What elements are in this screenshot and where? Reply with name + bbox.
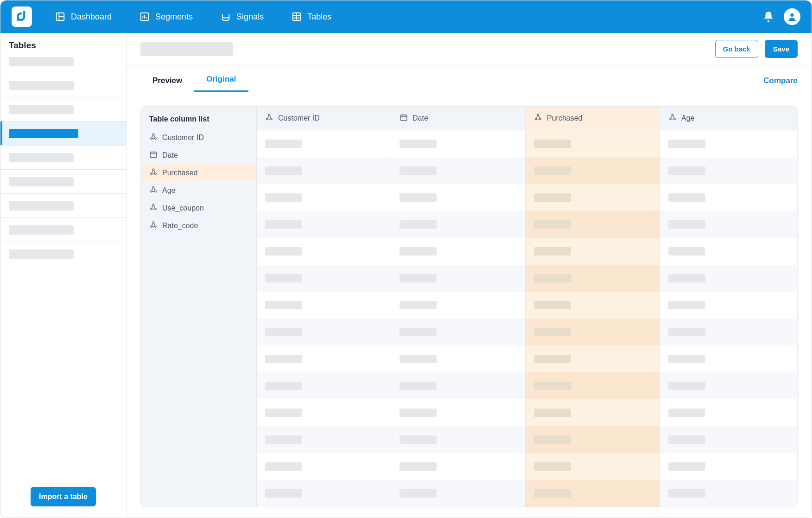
table-row bbox=[257, 372, 797, 399]
table-cell bbox=[257, 426, 391, 453]
table-cell bbox=[526, 480, 660, 507]
sidebar-item[interactable] bbox=[0, 218, 126, 242]
sidebar-search-skeleton bbox=[9, 57, 74, 66]
table-cell bbox=[257, 130, 391, 157]
table-cell bbox=[391, 238, 526, 265]
column-list-item[interactable]: Age bbox=[141, 182, 256, 199]
brand-logo[interactable] bbox=[12, 6, 32, 27]
table-cell bbox=[391, 480, 526, 507]
cell-skeleton bbox=[265, 247, 302, 256]
table-editor: Table column list Customer IDDatePurchas… bbox=[140, 106, 798, 507]
svg-point-23 bbox=[151, 173, 152, 174]
table-cell bbox=[660, 211, 797, 238]
logo-icon bbox=[15, 10, 28, 23]
cell-skeleton bbox=[534, 220, 571, 229]
nav-tables[interactable]: Tables bbox=[292, 12, 331, 22]
go-back-button[interactable]: Go back bbox=[715, 40, 758, 58]
column-list-item-label: Age bbox=[162, 186, 175, 195]
column-list-item[interactable]: Use_coupon bbox=[141, 199, 256, 217]
cluster-icon bbox=[149, 221, 158, 231]
table-column-label: Age bbox=[681, 114, 694, 122]
table-cell bbox=[526, 184, 660, 211]
cluster-icon bbox=[668, 113, 677, 123]
table-row bbox=[257, 238, 797, 265]
database-icon bbox=[221, 12, 231, 22]
sidebar-item-skeleton bbox=[9, 105, 74, 114]
nav-signals-label: Signals bbox=[236, 12, 264, 22]
page-title-skeleton bbox=[140, 42, 233, 56]
main-header-actions: Go back Save bbox=[715, 40, 798, 58]
user-avatar[interactable] bbox=[784, 8, 800, 25]
cell-skeleton bbox=[400, 382, 437, 390]
cell-skeleton bbox=[668, 274, 705, 282]
table-cell bbox=[257, 157, 391, 184]
table-cell bbox=[257, 345, 391, 372]
table-row bbox=[257, 157, 797, 184]
table-column-header[interactable]: Purchased bbox=[526, 107, 660, 130]
table-cell bbox=[257, 453, 391, 480]
sidebar-item[interactable] bbox=[0, 242, 126, 266]
table-cell bbox=[526, 453, 660, 480]
cell-skeleton bbox=[400, 328, 437, 336]
sidebar-item[interactable] bbox=[0, 97, 126, 122]
nav-links: Dashboard Segments Signals Tables bbox=[55, 12, 331, 22]
svg-point-14 bbox=[152, 134, 154, 135]
save-button[interactable]: Save bbox=[765, 40, 798, 58]
import-table-button[interactable]: Import a table bbox=[31, 487, 96, 506]
cell-skeleton bbox=[265, 382, 302, 390]
tab-original[interactable]: Original bbox=[194, 68, 248, 92]
compare-link[interactable]: Compare bbox=[763, 76, 798, 85]
column-list-item[interactable]: Customer ID bbox=[141, 129, 256, 147]
cell-skeleton bbox=[265, 301, 302, 309]
table-cell bbox=[391, 399, 526, 426]
column-list-item[interactable]: Date bbox=[141, 147, 256, 164]
sidebar-item[interactable] bbox=[0, 170, 126, 194]
column-list-item[interactable]: Purchased bbox=[141, 164, 256, 182]
svg-point-16 bbox=[155, 138, 156, 139]
sidebar-list bbox=[0, 73, 126, 266]
content: Table column list Customer IDDatePurchas… bbox=[127, 92, 812, 518]
sidebar-item[interactable] bbox=[0, 122, 126, 146]
cell-skeleton bbox=[534, 382, 571, 390]
bell-icon[interactable] bbox=[762, 11, 774, 23]
table-cell bbox=[391, 265, 526, 292]
cluster-icon bbox=[149, 185, 158, 196]
table-cell bbox=[660, 372, 797, 399]
column-list-item[interactable]: Rate_code bbox=[141, 217, 256, 235]
table-row bbox=[257, 426, 797, 453]
table-column-header[interactable]: Customer ID bbox=[257, 107, 391, 130]
table-header-row: Customer IDDatePurchasedAge bbox=[257, 107, 797, 130]
table-cell bbox=[526, 345, 660, 372]
table-cell bbox=[391, 453, 526, 480]
cell-skeleton bbox=[534, 462, 571, 471]
table-column-label: Purchased bbox=[547, 114, 583, 122]
table-row bbox=[257, 130, 797, 157]
cell-skeleton bbox=[400, 166, 437, 175]
svg-point-30 bbox=[152, 204, 154, 205]
nav-segments-label: Segments bbox=[155, 12, 193, 22]
table-cell bbox=[526, 426, 660, 453]
table-column-header[interactable]: Age bbox=[660, 107, 797, 130]
table-cell bbox=[391, 184, 526, 211]
table-row bbox=[257, 399, 797, 426]
sidebar-item[interactable] bbox=[0, 194, 126, 218]
cell-skeleton bbox=[265, 355, 302, 363]
cell-skeleton bbox=[668, 328, 705, 336]
table-row bbox=[257, 211, 797, 238]
table-column-header[interactable]: Date bbox=[391, 107, 526, 130]
column-list-item-label: Rate_code bbox=[162, 222, 198, 230]
table-cell bbox=[526, 130, 660, 157]
nav-segments[interactable]: Segments bbox=[140, 12, 193, 22]
tab-preview[interactable]: Preview bbox=[140, 70, 194, 92]
topbar-right bbox=[762, 8, 800, 25]
table-cell bbox=[257, 184, 391, 211]
table-row bbox=[257, 480, 797, 507]
table-cell bbox=[660, 265, 797, 292]
sidebar-item[interactable] bbox=[0, 146, 126, 170]
cell-skeleton bbox=[265, 462, 302, 471]
sidebar-item[interactable] bbox=[0, 73, 126, 97]
sidebar-title: Tables bbox=[0, 33, 126, 57]
table-cell bbox=[660, 238, 797, 265]
nav-dashboard[interactable]: Dashboard bbox=[55, 12, 112, 22]
nav-signals[interactable]: Signals bbox=[221, 12, 264, 22]
